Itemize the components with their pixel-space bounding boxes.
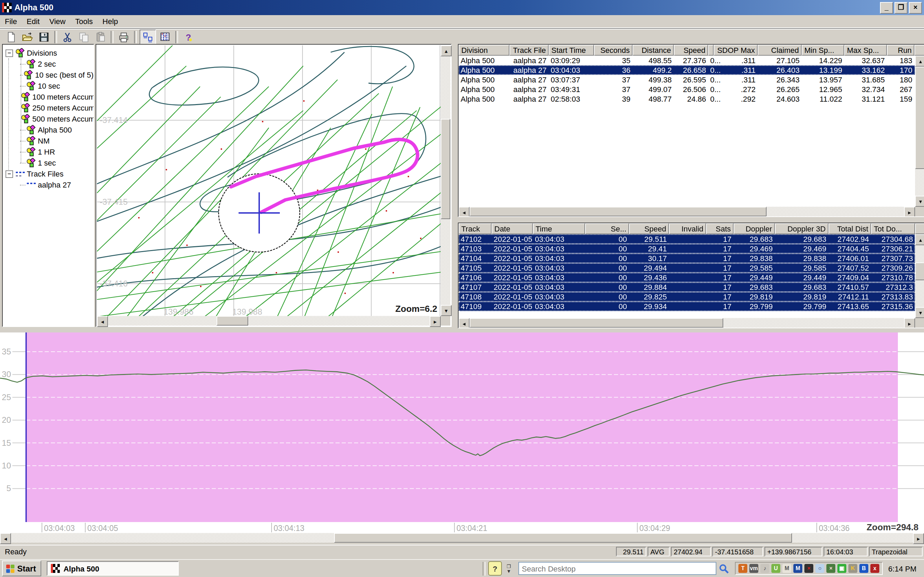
tree-node-division[interactable]: 250 meters Accum (3, 102, 94, 113)
scrollbar-thumb[interactable] (915, 67, 924, 169)
scroll-up-icon[interactable]: ▲ (441, 45, 452, 56)
run-row[interactable]: Alpha 500 aalpha 27 03:09:29 35 498.55 2… (459, 56, 915, 65)
tree-node-track-files[interactable]: − Track Files (3, 168, 94, 179)
menu-item[interactable]: View (44, 16, 70, 27)
scroll-up-icon[interactable]: ▲ (915, 234, 924, 245)
tray-search-icon[interactable]: ○ (816, 564, 824, 573)
column-header[interactable] (708, 45, 714, 56)
tray-tool-icon[interactable]: T (738, 564, 747, 573)
scrollbar-track[interactable] (470, 207, 904, 216)
tree-node-track-file[interactable]: aalpha 27 (3, 179, 94, 190)
track-point-row[interactable]: 47108 2022-01-05 03:04:03 00 29.825 17 2… (459, 292, 915, 301)
tray-usb-device-icon[interactable]: U (771, 564, 780, 573)
run-row[interactable]: Alpha 500 aalpha 27 03:04:03 36 499.2 26… (459, 65, 915, 75)
scroll-left-icon[interactable]: ◄ (97, 316, 108, 327)
tray-bluetooth-icon[interactable]: B (859, 564, 868, 573)
scrollbar-thumb[interactable] (470, 318, 723, 328)
scroll-up-icon[interactable]: ▲ (915, 56, 924, 67)
column-header[interactable]: Se... (585, 223, 629, 234)
sort-stats-icon[interactable] (140, 29, 156, 44)
collapse-icon[interactable]: − (5, 170, 13, 177)
scrollbar-thumb[interactable] (216, 316, 248, 326)
track-point-row[interactable]: 47104 2022-01-05 03:04:03 00 30.17 17 29… (459, 253, 915, 263)
maximize-button[interactable]: ❐ (895, 2, 908, 13)
column-header[interactable]: Invalid (669, 223, 706, 234)
track-point-row[interactable]: 47106 2022-01-05 03:04:03 00 29.436 17 2… (459, 273, 915, 282)
tree-node-division[interactable]: 10 sec (best of 5) (3, 69, 94, 81)
tree-node-division[interactable]: 1 sec (3, 157, 94, 168)
minimize-button[interactable]: _ (880, 2, 893, 13)
scrollbar-track[interactable] (11, 533, 913, 543)
scrollbar-track[interactable] (108, 316, 430, 326)
paste-icon[interactable] (93, 30, 108, 44)
scroll-right-icon[interactable]: ► (904, 318, 915, 328)
gps-track-map[interactable]: -37.414-37.415-37.416139.986139.988 (97, 45, 442, 319)
run-row[interactable]: Alpha 500 aalpha 27 02:58:03 39 498.77 2… (459, 94, 915, 104)
tray-vmware-icon[interactable]: vm (750, 564, 758, 573)
scroll-right-icon[interactable]: ► (904, 207, 915, 217)
track-point-row[interactable]: 47102 2022-01-05 03:04:03 00 29.511 17 2… (459, 234, 915, 244)
column-header[interactable]: Max Sp... (844, 45, 887, 56)
tree-node-division[interactable]: 500 meters Accum (3, 113, 94, 124)
scrollbar-thumb[interactable] (470, 207, 767, 216)
scrollbar-track[interactable] (915, 67, 924, 196)
scroll-right-icon[interactable]: ► (913, 533, 924, 544)
help-icon[interactable]: ? (181, 30, 196, 44)
tray-security-shield-icon[interactable]: x (871, 564, 879, 573)
map-horizontal-scrollbar[interactable]: ◄ ► (97, 316, 441, 326)
tree-node-divisions[interactable]: − Divisions (3, 47, 94, 58)
column-header[interactable]: Speed (674, 45, 708, 56)
run-row[interactable]: Alpha 500 aalpha 27 03:49:31 37 499.07 2… (459, 84, 915, 94)
column-header[interactable]: Speed (629, 223, 669, 234)
column-header[interactable]: Track (459, 223, 491, 234)
runs-horizontal-scrollbar[interactable]: ◄ ► (459, 207, 924, 216)
scroll-left-icon[interactable]: ◄ (459, 318, 470, 328)
column-header[interactable]: Seconds (594, 45, 633, 56)
scrollbar-thumb[interactable] (441, 118, 450, 219)
scrollbar-track[interactable] (441, 56, 450, 305)
tray-network-cube-icon[interactable]: ▣ (837, 564, 846, 573)
column-header[interactable]: Run (887, 45, 914, 56)
tree-node-division[interactable]: 1 HR (3, 146, 94, 157)
track-point-row[interactable]: 47103 2022-01-05 03:04:03 00 29.41 17 29… (459, 244, 915, 253)
scroll-left-icon[interactable]: ◄ (459, 207, 470, 217)
run-row[interactable]: Alpha 500 aalpha 27 03:07:37 37 499.38 2… (459, 75, 915, 84)
search-icon[interactable] (719, 563, 729, 574)
data-grid-icon[interactable] (157, 30, 173, 44)
column-header[interactable]: Date (491, 223, 533, 234)
chart-horizontal-scrollbar[interactable]: ◄ ► (0, 533, 924, 543)
column-header[interactable]: SDOP Max (714, 45, 758, 56)
map-vertical-scrollbar[interactable]: ▲ ▼ (441, 45, 450, 316)
track-points-vertical-scrollbar[interactable]: ▲ ▼ (915, 234, 924, 318)
track-point-row[interactable]: 47109 2022-01-05 03:04:03 00 29.934 17 2… (459, 301, 915, 311)
tree-node-division[interactable]: 2 sec (3, 58, 94, 69)
start-button[interactable]: Start (2, 561, 42, 576)
tray-volume-icon[interactable]: ♪ (760, 564, 769, 573)
tree-node-division[interactable]: Alpha 500 (3, 124, 94, 135)
tray-keyboard-lock-icon[interactable]: K (848, 564, 857, 573)
tray-user-offline-icon[interactable]: × (826, 564, 835, 573)
scrollbar-thumb[interactable] (915, 263, 924, 280)
menu-item[interactable]: Help (98, 16, 123, 27)
tree-node-division[interactable]: 100 meters Accum (3, 91, 94, 102)
scroll-right-icon[interactable]: ► (430, 316, 441, 327)
collapse-icon[interactable]: − (5, 49, 13, 56)
track-point-row[interactable]: 47107 2022-01-05 03:04:03 00 29.884 17 2… (459, 282, 915, 292)
tree-node-division[interactable]: 10 sec (3, 81, 94, 91)
column-header[interactable]: Time (533, 223, 585, 234)
tree-node-division[interactable]: NM (3, 135, 94, 146)
window-switcher-icon[interactable]: ❐▼ (502, 562, 515, 575)
column-header[interactable]: Distance (633, 45, 674, 56)
copy-icon[interactable] (76, 30, 91, 44)
taskbar-task-alpha500[interactable]: Alpha 500 (47, 561, 179, 575)
menu-item[interactable]: Edit (22, 16, 44, 27)
scroll-down-icon[interactable]: ▼ (915, 307, 924, 318)
column-header[interactable]: Track File (509, 45, 549, 56)
close-button[interactable]: × (909, 2, 922, 13)
scroll-down-icon[interactable]: ▼ (441, 305, 452, 316)
tray-mouse-icon[interactable]: M (782, 564, 791, 573)
track-point-row[interactable]: 47105 2022-01-05 03:04:03 00 29.494 17 2… (459, 263, 915, 273)
column-header[interactable]: Min Sp... (801, 45, 844, 56)
scroll-down-icon[interactable]: ▼ (915, 196, 924, 207)
runs-vertical-scrollbar[interactable]: ▲ ▼ (915, 56, 924, 207)
